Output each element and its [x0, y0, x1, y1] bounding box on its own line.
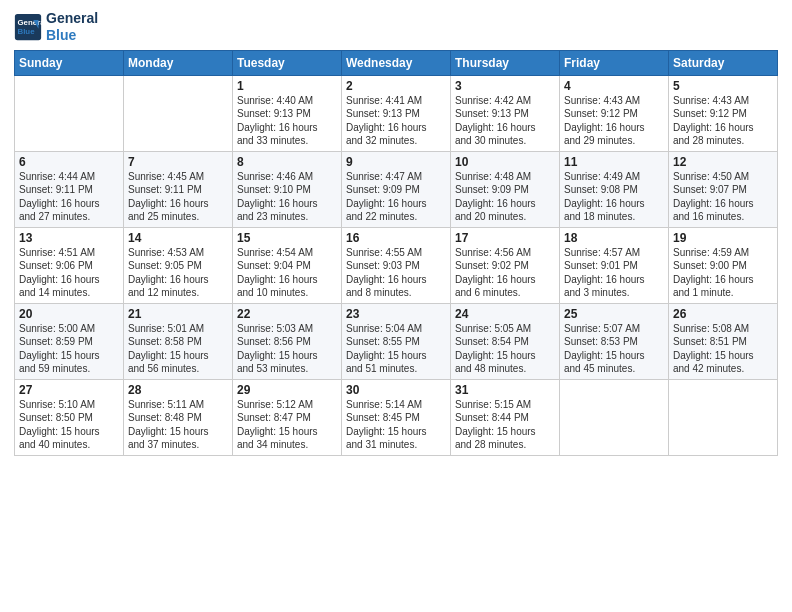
day-number: 31 [455, 383, 555, 397]
day-number: 11 [564, 155, 664, 169]
logo-icon: General Blue [14, 13, 42, 41]
calendar-cell: 14Sunrise: 4:53 AM Sunset: 9:05 PM Dayli… [124, 227, 233, 303]
calendar-cell: 1Sunrise: 4:40 AM Sunset: 9:13 PM Daylig… [233, 75, 342, 151]
day-detail: Sunrise: 4:50 AM Sunset: 9:07 PM Dayligh… [673, 170, 773, 224]
day-number: 24 [455, 307, 555, 321]
day-number: 1 [237, 79, 337, 93]
day-detail: Sunrise: 4:44 AM Sunset: 9:11 PM Dayligh… [19, 170, 119, 224]
day-number: 2 [346, 79, 446, 93]
day-detail: Sunrise: 4:57 AM Sunset: 9:01 PM Dayligh… [564, 246, 664, 300]
calendar-cell [124, 75, 233, 151]
day-detail: Sunrise: 4:55 AM Sunset: 9:03 PM Dayligh… [346, 246, 446, 300]
day-number: 16 [346, 231, 446, 245]
day-number: 22 [237, 307, 337, 321]
day-detail: Sunrise: 4:41 AM Sunset: 9:13 PM Dayligh… [346, 94, 446, 148]
day-detail: Sunrise: 5:10 AM Sunset: 8:50 PM Dayligh… [19, 398, 119, 452]
day-number: 29 [237, 383, 337, 397]
calendar-cell: 7Sunrise: 4:45 AM Sunset: 9:11 PM Daylig… [124, 151, 233, 227]
calendar-cell: 6Sunrise: 4:44 AM Sunset: 9:11 PM Daylig… [15, 151, 124, 227]
day-detail: Sunrise: 4:54 AM Sunset: 9:04 PM Dayligh… [237, 246, 337, 300]
day-number: 10 [455, 155, 555, 169]
day-detail: Sunrise: 5:11 AM Sunset: 8:48 PM Dayligh… [128, 398, 228, 452]
day-detail: Sunrise: 4:59 AM Sunset: 9:00 PM Dayligh… [673, 246, 773, 300]
day-number: 20 [19, 307, 119, 321]
day-detail: Sunrise: 4:43 AM Sunset: 9:12 PM Dayligh… [673, 94, 773, 148]
day-of-week-header: Saturday [669, 50, 778, 75]
calendar-week-row: 27Sunrise: 5:10 AM Sunset: 8:50 PM Dayli… [15, 379, 778, 455]
calendar-cell: 19Sunrise: 4:59 AM Sunset: 9:00 PM Dayli… [669, 227, 778, 303]
calendar-cell: 2Sunrise: 4:41 AM Sunset: 9:13 PM Daylig… [342, 75, 451, 151]
day-detail: Sunrise: 4:47 AM Sunset: 9:09 PM Dayligh… [346, 170, 446, 224]
calendar-cell: 5Sunrise: 4:43 AM Sunset: 9:12 PM Daylig… [669, 75, 778, 151]
calendar-cell: 11Sunrise: 4:49 AM Sunset: 9:08 PM Dayli… [560, 151, 669, 227]
calendar-cell: 28Sunrise: 5:11 AM Sunset: 8:48 PM Dayli… [124, 379, 233, 455]
day-detail: Sunrise: 4:51 AM Sunset: 9:06 PM Dayligh… [19, 246, 119, 300]
day-number: 19 [673, 231, 773, 245]
day-number: 23 [346, 307, 446, 321]
day-of-week-header: Sunday [15, 50, 124, 75]
day-detail: Sunrise: 5:05 AM Sunset: 8:54 PM Dayligh… [455, 322, 555, 376]
day-number: 30 [346, 383, 446, 397]
calendar-cell: 10Sunrise: 4:48 AM Sunset: 9:09 PM Dayli… [451, 151, 560, 227]
calendar-cell: 23Sunrise: 5:04 AM Sunset: 8:55 PM Dayli… [342, 303, 451, 379]
day-of-week-header: Tuesday [233, 50, 342, 75]
calendar-cell: 15Sunrise: 4:54 AM Sunset: 9:04 PM Dayli… [233, 227, 342, 303]
day-number: 25 [564, 307, 664, 321]
logo: General Blue General Blue [14, 10, 98, 44]
calendar-cell: 13Sunrise: 4:51 AM Sunset: 9:06 PM Dayli… [15, 227, 124, 303]
day-detail: Sunrise: 4:48 AM Sunset: 9:09 PM Dayligh… [455, 170, 555, 224]
day-detail: Sunrise: 4:45 AM Sunset: 9:11 PM Dayligh… [128, 170, 228, 224]
day-detail: Sunrise: 4:42 AM Sunset: 9:13 PM Dayligh… [455, 94, 555, 148]
calendar-cell [560, 379, 669, 455]
calendar-cell: 20Sunrise: 5:00 AM Sunset: 8:59 PM Dayli… [15, 303, 124, 379]
day-detail: Sunrise: 4:40 AM Sunset: 9:13 PM Dayligh… [237, 94, 337, 148]
day-number: 13 [19, 231, 119, 245]
day-number: 7 [128, 155, 228, 169]
calendar-cell: 12Sunrise: 4:50 AM Sunset: 9:07 PM Dayli… [669, 151, 778, 227]
calendar-cell: 21Sunrise: 5:01 AM Sunset: 8:58 PM Dayli… [124, 303, 233, 379]
day-number: 9 [346, 155, 446, 169]
calendar-cell: 4Sunrise: 4:43 AM Sunset: 9:12 PM Daylig… [560, 75, 669, 151]
day-detail: Sunrise: 5:08 AM Sunset: 8:51 PM Dayligh… [673, 322, 773, 376]
day-detail: Sunrise: 5:04 AM Sunset: 8:55 PM Dayligh… [346, 322, 446, 376]
day-number: 4 [564, 79, 664, 93]
day-detail: Sunrise: 5:07 AM Sunset: 8:53 PM Dayligh… [564, 322, 664, 376]
day-number: 14 [128, 231, 228, 245]
calendar-week-row: 13Sunrise: 4:51 AM Sunset: 9:06 PM Dayli… [15, 227, 778, 303]
calendar-cell [669, 379, 778, 455]
calendar-cell: 9Sunrise: 4:47 AM Sunset: 9:09 PM Daylig… [342, 151, 451, 227]
day-of-week-header: Wednesday [342, 50, 451, 75]
calendar-cell: 24Sunrise: 5:05 AM Sunset: 8:54 PM Dayli… [451, 303, 560, 379]
day-number: 17 [455, 231, 555, 245]
page: General Blue General Blue SundayMondayTu… [0, 0, 792, 612]
day-number: 21 [128, 307, 228, 321]
calendar-cell: 29Sunrise: 5:12 AM Sunset: 8:47 PM Dayli… [233, 379, 342, 455]
calendar-table: SundayMondayTuesdayWednesdayThursdayFrid… [14, 50, 778, 456]
calendar-cell: 3Sunrise: 4:42 AM Sunset: 9:13 PM Daylig… [451, 75, 560, 151]
day-of-week-header: Monday [124, 50, 233, 75]
day-detail: Sunrise: 4:49 AM Sunset: 9:08 PM Dayligh… [564, 170, 664, 224]
calendar-cell: 31Sunrise: 5:15 AM Sunset: 8:44 PM Dayli… [451, 379, 560, 455]
svg-text:Blue: Blue [18, 27, 36, 36]
day-number: 18 [564, 231, 664, 245]
calendar-week-row: 1Sunrise: 4:40 AM Sunset: 9:13 PM Daylig… [15, 75, 778, 151]
calendar-cell [15, 75, 124, 151]
calendar-cell: 8Sunrise: 4:46 AM Sunset: 9:10 PM Daylig… [233, 151, 342, 227]
day-detail: Sunrise: 5:03 AM Sunset: 8:56 PM Dayligh… [237, 322, 337, 376]
calendar-week-row: 6Sunrise: 4:44 AM Sunset: 9:11 PM Daylig… [15, 151, 778, 227]
day-detail: Sunrise: 5:15 AM Sunset: 8:44 PM Dayligh… [455, 398, 555, 452]
calendar-week-row: 20Sunrise: 5:00 AM Sunset: 8:59 PM Dayli… [15, 303, 778, 379]
calendar-cell: 27Sunrise: 5:10 AM Sunset: 8:50 PM Dayli… [15, 379, 124, 455]
day-detail: Sunrise: 5:12 AM Sunset: 8:47 PM Dayligh… [237, 398, 337, 452]
day-detail: Sunrise: 4:46 AM Sunset: 9:10 PM Dayligh… [237, 170, 337, 224]
day-number: 6 [19, 155, 119, 169]
calendar-cell: 25Sunrise: 5:07 AM Sunset: 8:53 PM Dayli… [560, 303, 669, 379]
day-number: 5 [673, 79, 773, 93]
calendar-cell: 17Sunrise: 4:56 AM Sunset: 9:02 PM Dayli… [451, 227, 560, 303]
day-detail: Sunrise: 5:14 AM Sunset: 8:45 PM Dayligh… [346, 398, 446, 452]
day-number: 26 [673, 307, 773, 321]
calendar-cell: 26Sunrise: 5:08 AM Sunset: 8:51 PM Dayli… [669, 303, 778, 379]
day-number: 15 [237, 231, 337, 245]
day-detail: Sunrise: 4:53 AM Sunset: 9:05 PM Dayligh… [128, 246, 228, 300]
day-of-week-header: Friday [560, 50, 669, 75]
